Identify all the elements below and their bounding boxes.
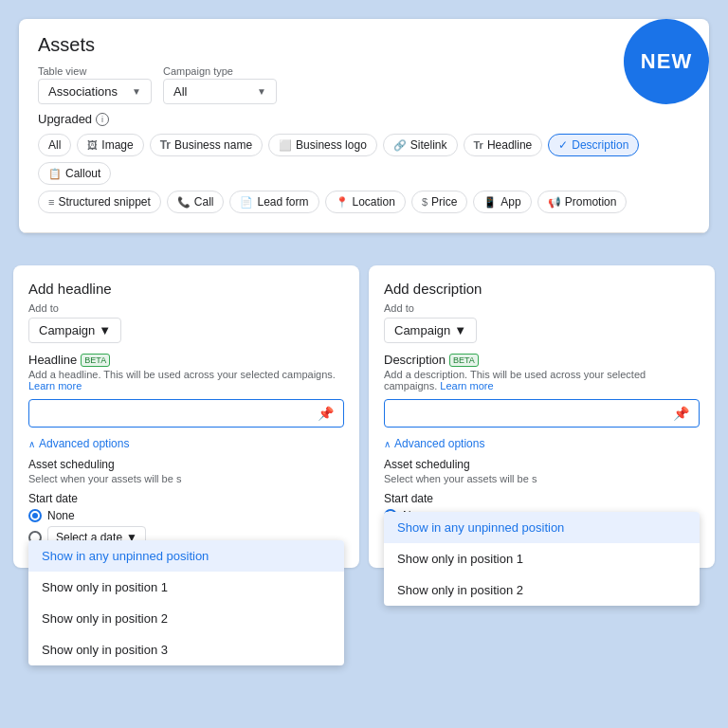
chip-structured-snippet[interactable]: ≡Structured snippet xyxy=(38,191,161,213)
chip-business-name-label: Business name xyxy=(174,138,252,152)
campaign-type-chevron: ▼ xyxy=(257,86,266,97)
chip-description-label: Description xyxy=(572,138,628,152)
business-logo-icon: ⬜ xyxy=(279,139,292,152)
description-pin-icon[interactable]: 📌 xyxy=(673,406,689,421)
chip-location[interactable]: 📍Location xyxy=(325,191,406,213)
description-scheduling-sub: Select when your assets will be s xyxy=(384,473,700,484)
chip-promotion-label: Promotion xyxy=(565,195,617,209)
description-dropdown-item-0[interactable]: Show in any unpinned position xyxy=(384,512,700,543)
description-campaign-select[interactable]: Campaign ▼ xyxy=(384,318,477,343)
promotion-icon: 📢 xyxy=(548,196,561,209)
description-advanced-options[interactable]: ∧ Advanced options xyxy=(384,437,700,450)
description-panel-title: Add description xyxy=(384,281,700,297)
headline-panel-title: Add headline xyxy=(28,281,344,297)
headline-campaign-chevron: ▼ xyxy=(99,323,111,337)
filter-row: Table view Associations ▼ Campaign type … xyxy=(38,65,690,104)
headline-field-description: Add a headline. This will be used across… xyxy=(28,369,344,391)
chip-description[interactable]: ✓Description xyxy=(548,134,639,156)
campaign-type-group: Campaign type All ▼ xyxy=(163,65,277,104)
headline-input-row: 📌 xyxy=(28,399,344,428)
table-view-select[interactable]: Associations ▼ xyxy=(38,79,152,104)
business-name-icon: Tr xyxy=(160,138,171,152)
headline-dropdown: Show in any unpinned position Show only … xyxy=(28,540,344,665)
headline-input[interactable] xyxy=(39,407,318,421)
new-badge-label: NEW xyxy=(641,49,692,74)
add-headline-panel: Add headline Add to Campaign ▼ Headline … xyxy=(13,265,359,568)
chip-sitelink-label: Sitelink xyxy=(410,138,447,152)
headline-dropdown-item-2[interactable]: Show only in position 2 xyxy=(28,603,344,634)
headline-dropdown-item-3[interactable]: Show only in position 3 xyxy=(28,634,344,665)
chips-row-2: ≡Structured snippet 📞Call 📄Lead form 📍Lo… xyxy=(38,191,690,223)
campaign-type-select[interactable]: All ▼ xyxy=(163,79,277,104)
assets-card: Assets Table view Associations ▼ Campaig… xyxy=(19,19,709,233)
headline-none-label: None xyxy=(47,509,75,522)
chip-lead-form-label: Lead form xyxy=(257,195,308,209)
headline-campaign-select[interactable]: Campaign ▼ xyxy=(28,318,121,343)
chip-callout[interactable]: 📋Callout xyxy=(38,162,111,185)
location-icon: 📍 xyxy=(336,196,349,209)
headline-pin-icon[interactable]: 📌 xyxy=(318,406,334,421)
headline-none-radio-button xyxy=(28,509,42,522)
table-view-chevron: ▼ xyxy=(132,86,141,97)
headline-icon: Tr xyxy=(474,139,483,151)
chip-location-label: Location xyxy=(353,195,395,209)
chip-call-label: Call xyxy=(194,195,214,209)
headline-none-radio[interactable]: None xyxy=(28,509,344,522)
chip-sitelink[interactable]: 🔗Sitelink xyxy=(383,134,458,156)
chip-call[interactable]: 📞Call xyxy=(167,191,225,213)
description-check-icon: ✓ xyxy=(558,138,568,152)
headline-start-date-label: Start date xyxy=(28,492,344,505)
headline-learn-more[interactable]: Learn more xyxy=(28,380,82,391)
headline-advanced-options[interactable]: ∧ Advanced options xyxy=(28,437,344,450)
description-campaign-chevron: ▼ xyxy=(454,323,466,337)
chip-promotion[interactable]: 📢Promotion xyxy=(537,191,628,213)
chip-headline[interactable]: TrHeadline xyxy=(464,134,543,156)
chip-business-logo-label: Business logo xyxy=(296,138,367,152)
chip-headline-label: Headline xyxy=(487,138,532,152)
description-advanced-chevron: ∧ xyxy=(384,439,391,449)
description-add-to-label: Add to xyxy=(384,302,700,314)
headline-campaign-value: Campaign xyxy=(39,323,95,337)
chip-app-label: App xyxy=(500,195,520,209)
table-view-value: Associations xyxy=(48,84,118,99)
chip-price-label: Price xyxy=(431,195,457,209)
headline-label-text: Headline xyxy=(28,353,77,367)
call-icon: 📞 xyxy=(177,196,191,209)
campaign-type-label: Campaign type xyxy=(163,65,277,77)
panels-container: Add headline Add to Campaign ▼ Headline … xyxy=(0,252,728,581)
sitelink-icon: 🔗 xyxy=(393,139,407,152)
table-view-group: Table view Associations ▼ xyxy=(38,65,152,104)
headline-desc-text: Add a headline. This will be used across… xyxy=(28,369,336,380)
chip-business-name[interactable]: TrBusiness name xyxy=(150,134,263,156)
headline-none-radio-inner xyxy=(32,513,38,519)
info-icon[interactable]: i xyxy=(96,113,109,126)
description-input-row: 📌 xyxy=(384,399,700,428)
headline-add-to-label: Add to xyxy=(28,302,344,314)
chip-lead-form[interactable]: 📄Lead form xyxy=(229,191,318,213)
chip-callout-label: Callout xyxy=(65,167,100,180)
description-dropdown-item-2[interactable]: Show only in position 2 xyxy=(384,574,700,606)
description-learn-more[interactable]: Learn more xyxy=(440,380,493,391)
description-field-label: Description BETA xyxy=(384,353,700,367)
description-field-description: Add a description. This will be used acr… xyxy=(384,369,700,391)
description-dropdown-item-1[interactable]: Show only in position 1 xyxy=(384,543,700,574)
chip-business-logo[interactable]: ⬜Business logo xyxy=(268,134,377,156)
chip-structured-snippet-label: Structured snippet xyxy=(58,195,150,209)
description-scheduling-label: Asset scheduling xyxy=(384,458,700,471)
chip-all[interactable]: All xyxy=(38,134,71,156)
headline-dropdown-item-0[interactable]: Show in any unpinned position xyxy=(28,540,344,572)
description-dropdown: Show in any unpinned position Show only … xyxy=(384,512,700,606)
lead-form-icon: 📄 xyxy=(240,196,253,209)
headline-dropdown-item-1[interactable]: Show only in position 1 xyxy=(28,572,344,603)
chip-image-label: Image xyxy=(101,138,133,152)
upgraded-row: Upgraded i xyxy=(38,112,690,126)
chip-app[interactable]: 📱App xyxy=(473,191,531,213)
campaign-type-value: All xyxy=(173,84,187,99)
description-input[interactable] xyxy=(394,407,673,421)
headline-advanced-chevron: ∧ xyxy=(28,439,35,449)
description-beta-badge: BETA xyxy=(449,354,479,367)
chip-image[interactable]: 🖼Image xyxy=(77,134,143,156)
chip-price[interactable]: $Price xyxy=(411,191,467,213)
description-advanced-label: Advanced options xyxy=(394,437,484,450)
headline-scheduling-sub: Select when your assets will be s xyxy=(28,473,344,484)
